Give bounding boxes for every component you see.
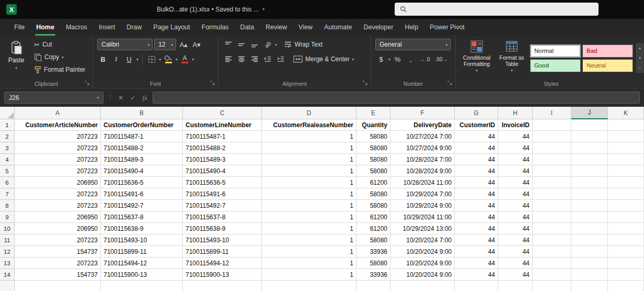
cell-G13[interactable]: 44 bbox=[455, 258, 498, 269]
cell-H10[interactable]: 44 bbox=[498, 223, 533, 234]
formula-input[interactable] bbox=[153, 92, 640, 104]
cell-J5[interactable] bbox=[571, 165, 608, 177]
cell-J10[interactable] bbox=[571, 223, 608, 234]
cell-A2[interactable]: 207223 bbox=[15, 131, 101, 142]
cell-B10[interactable]: 7100115638-9 bbox=[101, 223, 183, 234]
column-header-H[interactable]: H bbox=[498, 107, 533, 119]
cell-G8[interactable]: 44 bbox=[455, 200, 498, 211]
cell-style-neutral[interactable]: Neutral bbox=[582, 59, 633, 72]
tab-draw[interactable]: Draw bbox=[121, 19, 147, 36]
cell-C7[interactable]: 7100115491-6 bbox=[183, 188, 262, 200]
cell-C13[interactable]: 7100115494-12 bbox=[183, 258, 262, 269]
orientation-button[interactable]: ab bbox=[262, 39, 273, 50]
cell-K13[interactable] bbox=[608, 258, 644, 269]
cell-B12[interactable]: 7100115899-11 bbox=[101, 246, 183, 258]
cell-J12[interactable] bbox=[571, 246, 608, 258]
underline-button[interactable]: U bbox=[123, 53, 135, 65]
column-header-D[interactable]: D bbox=[262, 107, 356, 119]
insert-function-icon[interactable]: fx bbox=[141, 94, 149, 102]
cell-F4[interactable]: 10/28/2024 7:00 bbox=[390, 154, 455, 165]
column-header-I[interactable]: I bbox=[533, 107, 571, 119]
cell-H14[interactable]: 44 bbox=[498, 269, 533, 281]
column-header-F[interactable]: F bbox=[390, 107, 455, 119]
cell-E4[interactable]: 58080 bbox=[356, 154, 390, 165]
cell-K12[interactable] bbox=[608, 246, 644, 258]
cell-G9[interactable]: 44 bbox=[455, 211, 498, 223]
cell-B9[interactable]: 7100115637-8 bbox=[101, 211, 183, 223]
increase-decimal-button[interactable]: ←.0 bbox=[418, 53, 433, 65]
cell-A6[interactable]: 206950 bbox=[15, 177, 101, 188]
cell-E11[interactable]: 58080 bbox=[356, 234, 390, 246]
cell-B7[interactable]: 7100115491-6 bbox=[101, 188, 183, 200]
cell-E10[interactable]: 61200 bbox=[356, 223, 390, 234]
cell-B8[interactable]: 7100115492-7 bbox=[101, 200, 183, 211]
font-name-select[interactable]: Calibri ▾ bbox=[97, 39, 153, 50]
cell-B6[interactable]: 7100115636-5 bbox=[101, 177, 183, 188]
cell-C5[interactable]: 7100115490-4 bbox=[183, 165, 262, 177]
cell-K10[interactable] bbox=[608, 223, 644, 234]
cell-J3[interactable] bbox=[571, 142, 608, 154]
cell-D7[interactable]: 1 bbox=[262, 188, 356, 200]
percent-button[interactable]: % bbox=[392, 53, 404, 65]
cell-D5[interactable]: 1 bbox=[262, 165, 356, 177]
row-header-6[interactable]: 6 bbox=[0, 177, 15, 188]
row-header-11[interactable]: 11 bbox=[0, 234, 15, 246]
cell-I2[interactable] bbox=[533, 131, 571, 142]
cell-H2[interactable]: 44 bbox=[498, 131, 533, 142]
cell-J11[interactable] bbox=[571, 234, 608, 246]
cell-A4[interactable]: 207223 bbox=[15, 154, 101, 165]
cell-B4[interactable]: 7100115489-3 bbox=[101, 154, 183, 165]
decrease-decimal-button[interactable]: .00→ bbox=[434, 53, 449, 65]
cell-G11[interactable]: 44 bbox=[455, 234, 498, 246]
cell-B13[interactable]: 7100115494-12 bbox=[101, 258, 183, 269]
cell-H3[interactable]: 44 bbox=[498, 142, 533, 154]
cell-Gx[interactable] bbox=[455, 281, 498, 291]
cell-C2[interactable]: 7100115487-1 bbox=[183, 131, 262, 142]
cell-G1[interactable]: CustomerID bbox=[455, 119, 498, 131]
cancel-icon[interactable]: ✕ bbox=[117, 94, 125, 102]
row-header-10[interactable]: 10 bbox=[0, 223, 15, 234]
merge-center-button[interactable]: Merge & Center ▾ bbox=[291, 53, 356, 65]
column-header-J[interactable]: J bbox=[571, 107, 608, 119]
cell-style-bad[interactable]: Bad bbox=[582, 44, 633, 58]
cell-F6[interactable]: 10/28/2024 11:00 bbox=[390, 177, 455, 188]
cell-H12[interactable]: 44 bbox=[498, 246, 533, 258]
clipboard-dialog-launcher-icon[interactable] bbox=[85, 81, 90, 86]
currency-chevron-icon[interactable]: ▾ bbox=[388, 58, 390, 61]
cell-J4[interactable] bbox=[571, 154, 608, 165]
comma-style-button[interactable]: , bbox=[405, 53, 417, 65]
cell-E1[interactable]: Quantity bbox=[356, 119, 390, 131]
cell-G2[interactable]: 44 bbox=[455, 131, 498, 142]
row-header-empty[interactable] bbox=[0, 281, 15, 291]
tab-automate[interactable]: Automate bbox=[318, 19, 358, 36]
cell-C8[interactable]: 7100115492-7 bbox=[183, 200, 262, 211]
cell-B5[interactable]: 7100115490-4 bbox=[101, 165, 183, 177]
cell-H11[interactable]: 44 bbox=[498, 234, 533, 246]
cell-E2[interactable]: 58080 bbox=[356, 131, 390, 142]
cell-style-normal[interactable]: Normal bbox=[530, 44, 581, 58]
cell-B1[interactable]: CustomerOrderNumber bbox=[101, 119, 183, 131]
cell-D9[interactable]: 1 bbox=[262, 211, 356, 223]
cell-D8[interactable]: 1 bbox=[262, 200, 356, 211]
row-header-2[interactable]: 2 bbox=[0, 131, 15, 142]
cell-Ix[interactable] bbox=[533, 281, 571, 291]
borders-chevron-icon[interactable]: ▾ bbox=[159, 58, 162, 61]
alignment-dialog-launcher-icon[interactable] bbox=[363, 81, 368, 86]
cell-Kx[interactable] bbox=[608, 281, 644, 291]
row-header-8[interactable]: 8 bbox=[0, 200, 15, 211]
cell-J8[interactable] bbox=[571, 200, 608, 211]
cell-A7[interactable]: 207223 bbox=[15, 188, 101, 200]
cell-A1[interactable]: CustomerArticleNumber bbox=[15, 119, 101, 131]
cell-C9[interactable]: 7100115637-8 bbox=[183, 211, 262, 223]
cell-A3[interactable]: 207223 bbox=[15, 142, 101, 154]
cell-K3[interactable] bbox=[608, 142, 644, 154]
cell-D12[interactable]: 1 bbox=[262, 246, 356, 258]
enter-icon[interactable]: ✓ bbox=[129, 94, 137, 102]
conditional-formatting-button[interactable]: Conditional Formatting ▾ bbox=[460, 39, 493, 77]
cell-G12[interactable]: 44 bbox=[455, 246, 498, 258]
tab-help[interactable]: Help bbox=[399, 19, 424, 36]
tab-formulas[interactable]: Formulas bbox=[196, 19, 235, 36]
cell-F12[interactable]: 10/20/2024 9:00 bbox=[390, 246, 455, 258]
cell-I14[interactable] bbox=[533, 269, 571, 281]
cell-J6[interactable] bbox=[571, 177, 608, 188]
